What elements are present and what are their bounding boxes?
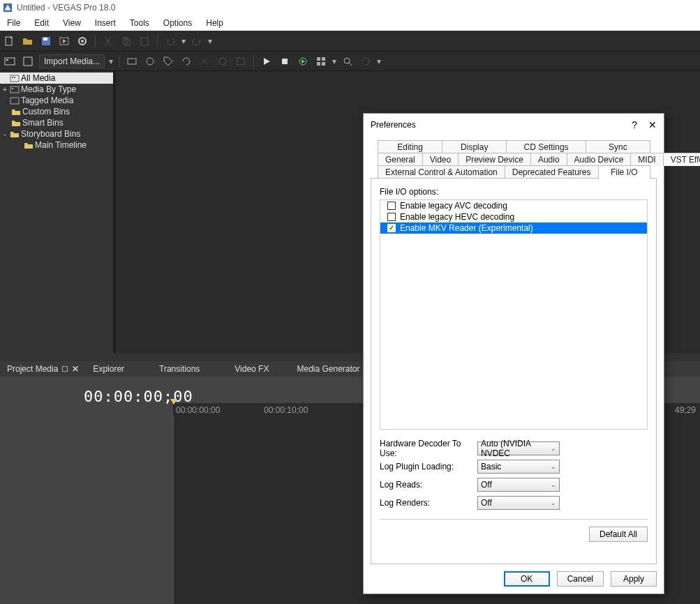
new-project-icon[interactable] [3, 34, 17, 48]
option-label: Enable legacy AVC decoding [400, 201, 507, 211]
apply-button[interactable]: Apply [611, 571, 657, 587]
tab-file-io[interactable]: File I/O [598, 165, 651, 179]
toolbar-separator [95, 35, 96, 47]
svg-rect-26 [14, 77, 15, 78]
media-icon[interactable] [3, 54, 17, 68]
option-mkv-reader[interactable]: Enable MKV Reader (Experimental) [380, 222, 647, 234]
bin-icon [10, 96, 20, 105]
separator [380, 519, 648, 520]
tab-cd-settings[interactable]: CD Settings [506, 140, 586, 153]
get-media-icon[interactable] [143, 54, 157, 68]
folder-icon [24, 140, 33, 150]
tab-midi[interactable]: MIDI [630, 153, 663, 166]
stop-icon[interactable] [278, 54, 292, 68]
tab-project-media[interactable]: Project Media ✕ [0, 362, 86, 376]
svg-rect-16 [237, 58, 244, 65]
menu-options[interactable]: Options [156, 16, 199, 30]
checkbox[interactable] [387, 213, 396, 221]
field-log-reads: Log Reads: Off ⌄ [380, 476, 648, 494]
log-reads-select[interactable]: Off ⌄ [477, 478, 560, 492]
tab-vst-effects[interactable]: VST Effects [663, 153, 700, 166]
svg-point-23 [344, 58, 350, 63]
redo-dropdown-icon[interactable]: ▾ [208, 36, 212, 46]
svg-rect-13 [128, 59, 136, 64]
dialog-titlebar[interactable]: Preferences ? ✕ [364, 114, 664, 136]
tree-item-media-by-type[interactable]: + Media By Type [0, 84, 113, 95]
toolbar-separator [157, 35, 158, 47]
tab-video-fx[interactable]: Video FX [228, 362, 276, 376]
main-toolbar: ▾ ▾ [0, 31, 700, 52]
playhead-icon[interactable] [170, 399, 177, 405]
tab-transitions[interactable]: Transitions [152, 362, 207, 376]
save-icon[interactable] [39, 34, 53, 48]
menu-view[interactable]: View [56, 16, 88, 30]
ruler-mark: 49;29 [675, 405, 696, 415]
undo-dropdown-icon[interactable]: ▾ [181, 36, 186, 46]
close-icon[interactable]: ✕ [72, 364, 79, 374]
option-legacy-avc[interactable]: Enable legacy AVC decoding [380, 200, 647, 211]
import-icon[interactable] [21, 54, 35, 68]
close-icon[interactable]: ✕ [648, 119, 657, 130]
field-label: Log Renders: [380, 498, 477, 508]
field-hardware-decoder: Hardware Decoder To Use: Auto (NVIDIA NV… [380, 439, 648, 458]
tree-item-main-timeline[interactable]: Main Timeline [0, 139, 113, 151]
svg-rect-24 [10, 75, 19, 82]
play-icon[interactable] [260, 54, 274, 68]
log-plugin-select[interactable]: Basic ⌄ [477, 460, 560, 474]
view-dropdown-icon[interactable]: ▾ [332, 56, 336, 66]
import-media-button[interactable]: Import Media... [39, 54, 105, 68]
option-legacy-hevc[interactable]: Enable legacy HEVC decoding [380, 211, 647, 222]
tree-item-storyboard-bins[interactable]: - Storyboard Bins [0, 128, 113, 139]
tree-item-tagged-media[interactable]: Tagged Media [0, 95, 113, 106]
hardware-decoder-select[interactable]: Auto (NVIDIA NVDEC ⌄ [477, 441, 560, 455]
tree-item-smart-bins[interactable]: Smart Bins [0, 117, 113, 128]
ok-button[interactable]: OK [504, 571, 550, 587]
import-dropdown-icon[interactable]: ▾ [109, 56, 113, 66]
tree-expander-icon[interactable]: - [1, 130, 8, 138]
menu-edit[interactable]: Edit [27, 16, 56, 30]
restore-icon[interactable] [62, 366, 68, 372]
tab-audio[interactable]: Audio [530, 153, 567, 166]
tab-sync[interactable]: Sync [586, 140, 650, 153]
cut-icon [101, 34, 115, 48]
tab-preview-device[interactable]: Preview Device [458, 153, 531, 166]
capture-icon[interactable] [125, 54, 139, 68]
tab-label: Project Media [7, 364, 58, 374]
tab-video[interactable]: Video [422, 153, 459, 166]
menu-tools[interactable]: Tools [123, 16, 156, 30]
history-icon [359, 54, 373, 68]
checkbox[interactable] [387, 224, 396, 232]
tree-item-all-media[interactable]: All Media [0, 73, 113, 84]
tree-item-custom-bins[interactable]: Custom Bins [0, 106, 113, 117]
select-value: Auto (NVIDIA NVDEC [481, 439, 551, 458]
menu-file[interactable]: File [0, 16, 27, 30]
properties-icon[interactable] [75, 34, 89, 48]
default-all-button[interactable]: Default All [589, 527, 648, 542]
log-renders-select[interactable]: Off ⌄ [477, 496, 560, 510]
tab-editing[interactable]: Editing [378, 140, 442, 153]
tree-label: Main Timeline [35, 140, 87, 150]
tree-expander-icon[interactable]: + [1, 86, 8, 93]
tab-general[interactable]: General [378, 153, 423, 166]
menu-insert[interactable]: Insert [88, 16, 123, 30]
cancel-button[interactable]: Cancel [557, 571, 604, 587]
checkbox[interactable] [387, 202, 396, 210]
history-dropdown-icon[interactable]: ▾ [377, 56, 381, 66]
help-icon[interactable]: ? [632, 119, 637, 130]
open-icon[interactable] [21, 34, 35, 48]
search-icon[interactable] [341, 54, 355, 68]
render-icon[interactable] [57, 34, 71, 48]
chevron-down-icon: ⌄ [551, 445, 556, 452]
view-icon[interactable] [314, 54, 328, 68]
tag-icon[interactable] [161, 54, 175, 68]
svg-rect-1 [6, 37, 12, 45]
tab-external-control[interactable]: External Control & Automation [378, 165, 505, 179]
tab-explorer[interactable]: Explorer [86, 362, 131, 376]
menu-help[interactable]: Help [199, 16, 230, 30]
tab-display[interactable]: Display [442, 140, 507, 153]
refresh-icon[interactable] [179, 54, 193, 68]
tab-audio-device[interactable]: Audio Device [567, 153, 632, 166]
autostart-icon[interactable] [296, 54, 310, 68]
svg-rect-22 [322, 62, 325, 66]
tab-deprecated[interactable]: Deprecated Features [505, 165, 599, 179]
